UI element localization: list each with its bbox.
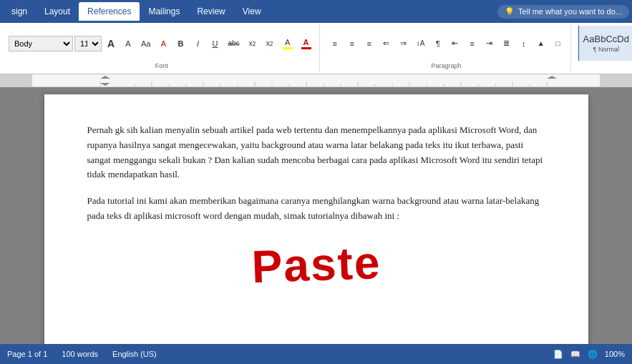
font-controls: Body Calibri Times New Roman 11 10 12 14…: [9, 26, 315, 61]
font-family-select[interactable]: Body Calibri Times New Roman: [9, 36, 73, 51]
tab-layout[interactable]: Layout: [36, 2, 79, 21]
tab-view[interactable]: View: [234, 2, 270, 21]
view-web[interactable]: 🌐: [588, 350, 598, 359]
paragraph-2[interactable]: Pada tutorial ini kami akan memberikan b…: [87, 194, 545, 224]
view-read[interactable]: 📖: [570, 350, 580, 359]
paragraph-1[interactable]: Pernah gk sih kalian menyalin sebuah art…: [87, 123, 545, 182]
paragraph-group-label: Paragraph: [432, 62, 462, 71]
numbering-button[interactable]: ≡: [344, 36, 360, 51]
align-left-button[interactable]: ⇤: [447, 36, 463, 51]
svg-rect-1: [0, 74, 32, 87]
tab-references[interactable]: References: [79, 2, 140, 21]
paragraph-group: ≡ ≡ ≡ ⇐ ⇒ ↕A ¶ ⇤ ≡ ⇥ ≣ ↕ ▲ □ P: [323, 24, 571, 72]
clear-formatting-button[interactable]: A: [155, 36, 171, 51]
align-center-button[interactable]: ≡: [465, 36, 480, 51]
subscript-button[interactable]: x2: [245, 36, 261, 51]
grow-font-button[interactable]: A: [103, 36, 119, 51]
multilevel-list-button[interactable]: ≡: [361, 36, 377, 51]
strikethrough-button[interactable]: abc: [224, 36, 243, 51]
tab-bar: sign Layout References Mailings Review V…: [0, 0, 632, 23]
tab-mailings[interactable]: Mailings: [140, 2, 188, 21]
tab-sign[interactable]: sign: [3, 2, 36, 21]
align-right-button[interactable]: ⇥: [482, 36, 497, 51]
font-group: Body Calibri Times New Roman 11 10 12 14…: [4, 24, 320, 72]
underline-button[interactable]: U: [207, 36, 223, 51]
style-normal[interactable]: AaBbCcDd ¶ Normal: [578, 26, 632, 61]
language-info: English (US): [112, 350, 157, 358]
styles-container: AaBbCcDd ¶ Normal AaBbCcDc ¶ No Spac... …: [578, 26, 632, 61]
shrink-font-button[interactable]: A: [120, 36, 136, 51]
sort-button[interactable]: ↕A: [413, 36, 429, 51]
bold-button[interactable]: B: [172, 36, 188, 51]
italic-button[interactable]: I: [190, 36, 205, 51]
ribbon-row: Body Calibri Times New Roman 11 10 12 14…: [0, 23, 632, 74]
paragraph-controls: ≡ ≡ ≡ ⇐ ⇒ ↕A ¶ ⇤ ≡ ⇥ ≣ ↕ ▲ □: [327, 26, 566, 61]
justify-button[interactable]: ≣: [499, 36, 515, 51]
word-count: 100 words: [62, 350, 98, 358]
ruler: [0, 74, 632, 87]
change-case-button[interactable]: Aa: [137, 36, 154, 51]
status-bar: Page 1 of 1 100 words English (US) 📄 📖 🌐…: [0, 344, 632, 364]
line-spacing-button[interactable]: ↕: [516, 36, 532, 51]
show-para-button[interactable]: ¶: [430, 36, 446, 51]
style-normal-label: ¶ Normal: [593, 46, 619, 53]
paste-word: Paste: [86, 230, 545, 299]
svg-rect-2: [600, 74, 632, 87]
lightbulb-icon: 💡: [505, 7, 515, 16]
decrease-indent-button[interactable]: ⇐: [379, 36, 394, 51]
document-area[interactable]: Pernah gk sih kalian menyalin sebuah art…: [0, 87, 632, 344]
zoom-level: 100%: [605, 350, 625, 358]
tab-review[interactable]: Review: [188, 2, 233, 21]
view-print-layout[interactable]: 📄: [553, 350, 563, 359]
text-highlight-button[interactable]: A: [279, 36, 296, 51]
styles-group: AaBbCcDd ¶ Normal AaBbCcDc ¶ No Spac... …: [574, 24, 632, 72]
svg-rect-3: [32, 74, 600, 87]
tell-me-box[interactable]: 💡 Tell me what you want to do...: [497, 5, 629, 19]
borders-button[interactable]: □: [550, 36, 566, 51]
shading-button[interactable]: ▲: [533, 36, 549, 51]
increase-indent-button[interactable]: ⇒: [396, 36, 412, 51]
superscript-button[interactable]: x2: [262, 36, 278, 51]
font-size-select[interactable]: 11 10 12 14: [74, 36, 102, 51]
ruler-svg: [0, 74, 632, 87]
font-group-label: Font: [155, 62, 168, 71]
page-info: Page 1 of 1: [7, 350, 47, 358]
ribbon: Body Calibri Times New Roman 11 10 12 14…: [0, 23, 632, 74]
status-right: 📄 📖 🌐 100%: [553, 350, 625, 359]
tell-me-text: Tell me what you want to do...: [518, 7, 622, 16]
bullets-button[interactable]: ≡: [327, 36, 343, 51]
page: Pernah gk sih kalian menyalin sebuah art…: [44, 94, 588, 344]
style-normal-preview: AaBbCcDd: [583, 34, 629, 44]
font-color-button[interactable]: A: [298, 36, 315, 51]
